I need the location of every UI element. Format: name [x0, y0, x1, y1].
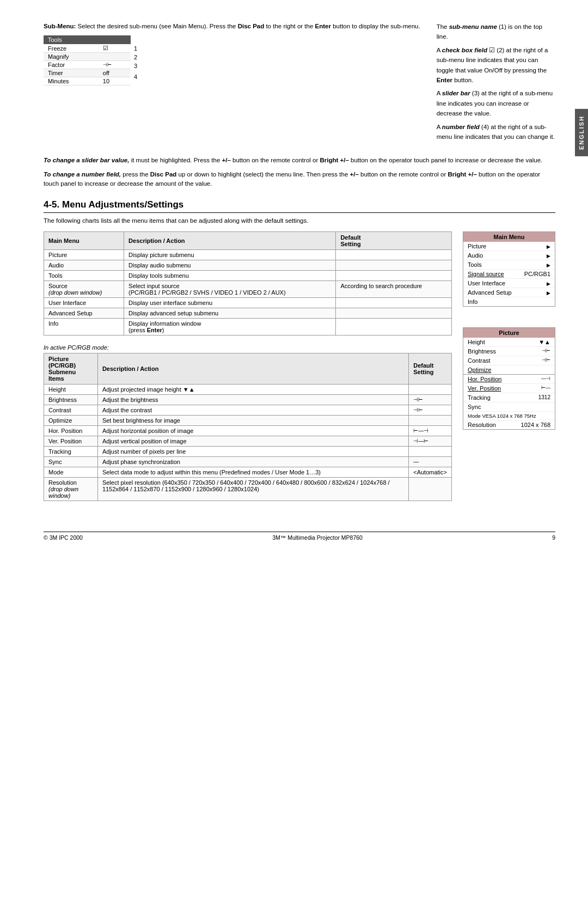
- table-row: Height Adjust projected image height ▼▲: [44, 385, 452, 395]
- sidebar-value-height: ▼▲: [538, 339, 550, 345]
- sidebar-row-mode: Mode VESA 1024 x 768 75Hz: [463, 412, 555, 420]
- table-row: Contrast Adjust the contrast ⊣⊢: [44, 405, 452, 416]
- col-description: Description / Action: [124, 232, 336, 250]
- picture-sidebar-header: Picture: [463, 328, 555, 338]
- table-row: Factor ⊣⊢: [44, 61, 131, 69]
- submenu-section: Sub-Menu: Select the desired sub-menu (s…: [44, 22, 555, 145]
- default-tools: [336, 271, 452, 281]
- footer-left: © 3M IPC 2000: [44, 534, 83, 541]
- submenu-intro: Sub-Menu: Select the desired sub-menu (s…: [44, 22, 420, 31]
- magnify-value: [99, 53, 131, 61]
- sidebar-arrow-tools: [547, 261, 550, 268]
- menu-item-timer: Timer: [44, 69, 99, 77]
- num-3: 3: [134, 63, 137, 69]
- menu-source: Source(drop down window): [44, 281, 124, 298]
- picture-table-header-row: Picture (PC/RGB)Submenu Items Descriptio…: [44, 353, 452, 385]
- table-row: Optimize Set best brightness for image: [44, 416, 452, 426]
- sidebar-label-contrast: Contrast: [468, 357, 542, 364]
- picture-sidebar: Picture Height ▼▲ Brightness ⊣⊢ Contrast…: [463, 327, 555, 430]
- default-picture: [336, 250, 452, 260]
- default-contrast: ⊣⊢: [409, 405, 452, 416]
- submenu-left: Sub-Menu: Select the desired sub-menu (s…: [44, 22, 420, 145]
- sidebar-label-audio: Audio: [468, 252, 547, 259]
- sidebar-label-sync: Sync: [468, 404, 550, 410]
- sidebar-value-resolution: 1024 x 768: [521, 422, 550, 428]
- menu-height: Height: [44, 385, 98, 395]
- sidebar-row-height: Height ▼▲: [463, 338, 555, 347]
- default-ver-position: ⊣—⊢: [409, 436, 452, 447]
- desc-resolution: Select pixel resolution (640x350 / 720x3…: [97, 478, 408, 501]
- default-hor-position: ⊢—⊣: [409, 426, 452, 436]
- sidebar-row-advanced-setup: Advanced Setup: [463, 288, 555, 297]
- menu-item-magnify: Magnify: [44, 53, 99, 61]
- desc-audio: Display audio submenu: [124, 260, 336, 271]
- col-picture-submenu: Picture (PC/RGB)Submenu Items: [44, 353, 98, 385]
- sidebar-value-ver-position: ⊢—: [541, 385, 550, 392]
- menu-brightness: Brightness: [44, 395, 98, 405]
- col-picture-desc: Description / Action: [97, 353, 408, 385]
- sidebar-label-picture: Picture: [468, 243, 547, 249]
- sidebar-row-hor-position: Hor. Position —⊣: [463, 375, 555, 384]
- main-table-header-row: Main Menu Description / Action DefaultSe…: [44, 232, 452, 250]
- table-row: Picture Display picture submenu: [44, 250, 452, 260]
- sidebar-arrow-advanced-setup: [547, 289, 550, 296]
- default-advanced-setup: [336, 308, 452, 319]
- spacer: [463, 315, 555, 327]
- timer-value: off: [99, 69, 131, 77]
- menu-optimize: Optimize: [44, 416, 98, 426]
- desc-height: Adjust projected image height ▼▲: [97, 385, 408, 395]
- sidebar-label-mode: Mode VESA 1024 x 768 75Hz: [468, 413, 550, 419]
- menu-hor-position: Hor. Position: [44, 426, 98, 436]
- default-resolution: [409, 478, 452, 501]
- factor-value: ⊣⊢: [99, 61, 131, 69]
- freeze-value: ☑: [99, 44, 131, 53]
- table-row: Minutes 10: [44, 77, 131, 86]
- sidebar-label-tools: Tools: [468, 261, 547, 268]
- sidebar-label-info: Info: [468, 298, 550, 305]
- sidebar-value-hor-position: —⊣: [541, 376, 550, 382]
- table-row: Audio Display audio submenu: [44, 260, 452, 271]
- table-row: Resolution(drop down window) Select pixe…: [44, 478, 452, 501]
- desc-contrast: Adjust the contrast: [97, 405, 408, 416]
- table-row: Hor. Position Adjust horizontal position…: [44, 426, 452, 436]
- tools-header: Tools: [44, 35, 131, 44]
- sidebar-row-picture: Picture: [463, 242, 555, 251]
- desc-user-interface: Display user interface submenu: [124, 298, 336, 308]
- num-1: 1: [134, 45, 137, 52]
- submenu-right: The sub-menu name (1) is on the top line…: [437, 22, 555, 145]
- sidebar-value-brightness: ⊣⊢: [542, 348, 550, 355]
- sidebar-value-contrast: ⊣⊢: [542, 357, 550, 364]
- menu-item-freeze: Freeze: [44, 44, 99, 53]
- sidebar-arrow-picture: [547, 243, 550, 249]
- menu-mode: Mode: [44, 467, 98, 478]
- default-brightness: ⊣⊢: [409, 395, 452, 405]
- desc-3: A slider bar (3) at the right of a sub-m…: [437, 88, 555, 118]
- table-row: Magnify: [44, 53, 131, 61]
- menu-resolution: Resolution(drop down window): [44, 478, 98, 501]
- sidebar-row-ver-position: Ver. Position ⊢—: [463, 384, 555, 393]
- menu-item-factor: Factor: [44, 61, 99, 69]
- table-row: Brightness Adjust the brightness ⊣⊢: [44, 395, 452, 405]
- table-row: Info Display information window(press En…: [44, 319, 452, 335]
- tools-menu-table: Tools Freeze ☑ Magnify Factor: [44, 35, 131, 86]
- footer-right: 9: [552, 534, 555, 541]
- sidebar-row-sync: Sync: [463, 402, 555, 412]
- table-row: Advanced Setup Display advanced setup su…: [44, 308, 452, 319]
- main-menu-sidebar: Main Menu Picture Audio Tools Signal sou…: [463, 231, 555, 307]
- desc-4: A number field (4) at the right of a sub…: [437, 122, 555, 142]
- default-source: According to search procedure: [336, 281, 452, 298]
- sidebar-arrow-audio: [547, 252, 550, 259]
- desc-picture: Display picture submenu: [124, 250, 336, 260]
- notes-section: To change a slider bar value, it must be…: [44, 156, 555, 188]
- num-2: 2: [134, 54, 137, 60]
- menu-picture: Picture: [44, 250, 124, 260]
- sidebar-row-contrast: Contrast ⊣⊢: [463, 356, 555, 365]
- col-default: DefaultSetting: [336, 232, 452, 250]
- menu-contrast: Contrast: [44, 405, 98, 416]
- sidebar-label-hor-position: Hor. Position: [468, 376, 541, 382]
- sidebar-row-user-interface: User Interface: [463, 279, 555, 288]
- menu-tools: Tools: [44, 271, 124, 281]
- menu-item-minutes: Minutes: [44, 77, 99, 86]
- table-row: Freeze ☑: [44, 44, 131, 53]
- sidebar-row-signal: Signal source PC/RGB1: [463, 270, 555, 279]
